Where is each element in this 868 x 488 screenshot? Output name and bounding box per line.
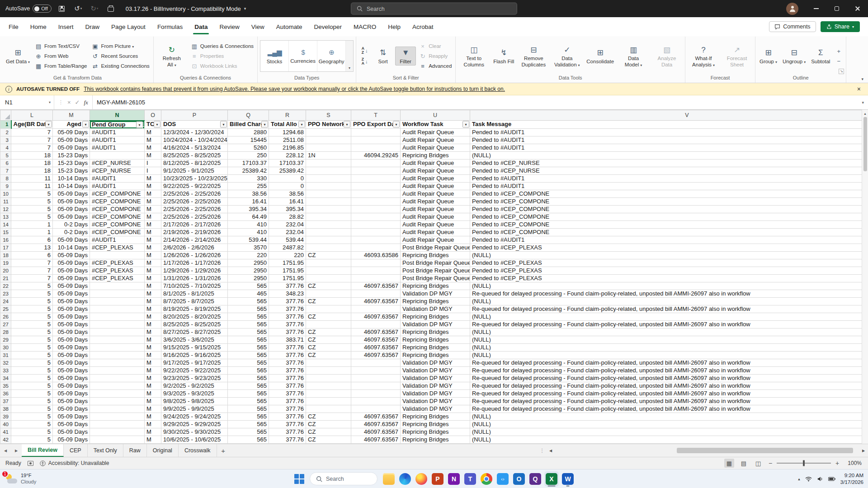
ribbon-tab-review[interactable]: Review xyxy=(213,17,245,36)
cell-O28[interactable]: M xyxy=(145,328,161,336)
header-cell-ppo-export-da[interactable]: PPO Export Da▾ xyxy=(351,121,401,129)
text-to-columns-button[interactable]: ◫Text to Columns xyxy=(458,43,490,68)
cell-P8[interactable]: 10/23/2025 - 10/23/2025 xyxy=(161,174,228,182)
refresh-all-button[interactable]: ↻Refresh All▾ xyxy=(156,43,188,68)
cell-Q27[interactable]: 565 xyxy=(228,320,269,328)
cell-U20[interactable]: Post Bridge Repair Queue xyxy=(401,267,470,274)
cell-R36[interactable]: 377.76 xyxy=(269,389,306,397)
cell-P38[interactable]: 9/9/2025 - 9/9/2025 xyxy=(161,405,228,413)
cell-U16[interactable]: Audit Repair Queue xyxy=(401,236,470,244)
row-header-35[interactable]: 35 xyxy=(0,382,11,389)
column-header-R[interactable]: R xyxy=(269,110,306,121)
cell-P17[interactable]: 2/6/2026 - 2/6/2026 xyxy=(161,244,228,251)
cell-Q34[interactable]: 565 xyxy=(228,374,269,382)
cell-N23[interactable] xyxy=(90,290,145,297)
cell-R42[interactable]: 377.76 xyxy=(269,436,306,443)
cell-P36[interactable]: 9/3/2025 - 9/3/2025 xyxy=(161,389,228,397)
row-header-7[interactable]: 7 xyxy=(0,167,11,174)
cell-V20[interactable]: Pended to #CEP_PLEXAS xyxy=(470,267,862,274)
row-header-2[interactable]: 2 xyxy=(0,128,11,136)
cell-V30[interactable]: (NULL) xyxy=(470,343,862,351)
cell-R28[interactable]: 377.76 xyxy=(269,328,306,336)
cell-L23[interactable]: 5 xyxy=(11,290,53,297)
cell-M10[interactable]: 05-09 Days xyxy=(53,190,90,197)
cell-V29[interactable]: (NULL) xyxy=(470,336,862,343)
cell-S17[interactable] xyxy=(306,244,351,251)
cell-N13[interactable]: #CEP_COMPONE xyxy=(90,213,145,221)
cell-M13[interactable]: 05-09 Days xyxy=(53,213,90,221)
row-header-26[interactable]: 26 xyxy=(0,313,11,320)
cell-V27[interactable]: Re-queued for delayed processing - Found… xyxy=(470,320,862,328)
cell-P16[interactable]: 2/14/2026 - 2/14/2026 xyxy=(161,236,228,244)
battery-icon[interactable] xyxy=(828,477,835,481)
cell-T4[interactable] xyxy=(351,144,401,151)
scroll-right-button[interactable]: ▶ xyxy=(859,449,868,453)
cell-V31[interactable]: (NULL) xyxy=(470,351,862,359)
cell-L27[interactable]: 5 xyxy=(11,320,53,328)
cell-Q39[interactable]: 565 xyxy=(228,413,269,420)
cell-V16[interactable]: Pended to #AUDIT1 xyxy=(470,236,862,244)
cell-V5[interactable]: (NULL) xyxy=(470,151,862,159)
cell-M8[interactable]: 10-14 Days xyxy=(53,174,90,182)
ribbon-tab-page-layout[interactable]: Page Layout xyxy=(105,17,151,36)
edge-taskbar-button[interactable] xyxy=(398,471,412,487)
cell-T35[interactable] xyxy=(351,382,401,389)
filter-button-workflow-task[interactable]: ▾ xyxy=(462,121,469,128)
cell-S20[interactable] xyxy=(306,267,351,274)
cell-O21[interactable]: M xyxy=(145,274,161,282)
filter-button-dos[interactable]: ▾ xyxy=(220,121,227,128)
cell-N40[interactable] xyxy=(90,420,145,428)
filter-button-ppo-export-da[interactable]: ▾ xyxy=(393,121,400,128)
cell-P9[interactable]: 9/22/2025 - 9/22/2025 xyxy=(161,182,228,190)
cell-M36[interactable]: 05-09 Days xyxy=(53,389,90,397)
ribbon-tab-automate[interactable]: Automate xyxy=(270,17,308,36)
cell-N10[interactable]: #CEP_COMPONE xyxy=(90,190,145,197)
message-bar-close-button[interactable]: × xyxy=(850,85,868,93)
cell-U40[interactable]: Repricing Bridges xyxy=(401,420,470,428)
vertical-scrollbar[interactable]: ▴ xyxy=(862,110,868,444)
cell-T23[interactable] xyxy=(351,290,401,297)
cell-L42[interactable]: 5 xyxy=(11,436,53,443)
clock[interactable]: 9:20 AM 3/17/2026 xyxy=(840,472,863,485)
cell-S28[interactable]: CZ xyxy=(306,328,351,336)
teams-taskbar-button[interactable]: T xyxy=(463,471,477,487)
cell-P15[interactable]: 2/19/2026 - 2/19/2026 xyxy=(161,228,228,236)
cell-Q42[interactable]: 565 xyxy=(228,436,269,443)
zoom-out-button[interactable]: − xyxy=(768,460,773,467)
cell-L5[interactable]: 18 xyxy=(11,151,53,159)
cell-P31[interactable]: 9/16/2025 - 9/16/2025 xyxy=(161,351,228,359)
minimize-button[interactable] xyxy=(806,0,826,17)
cell-S35[interactable] xyxy=(306,382,351,389)
sort-z-to-a-button[interactable]: ZA↓ xyxy=(359,56,371,66)
sheet-tab-crosswalk[interactable]: Crosswalk xyxy=(179,444,217,457)
cell-V12[interactable]: Pended to #CEP_COMPONE xyxy=(470,205,862,213)
cell-U31[interactable]: Repricing Bridges xyxy=(401,351,470,359)
cell-M24[interactable]: 05-09 Days xyxy=(53,297,90,305)
tab-scroll-splitter[interactable]: ⋮ xyxy=(538,444,546,457)
cell-L31[interactable]: 5 xyxy=(11,351,53,359)
ribbon-tab-data[interactable]: Data xyxy=(189,17,213,36)
cell-Q6[interactable]: 17103.37 xyxy=(228,159,269,167)
cell-M15[interactable]: 0-2 Days xyxy=(53,228,90,236)
cell-R27[interactable]: 377.76 xyxy=(269,320,306,328)
cell-T36[interactable] xyxy=(351,389,401,397)
row-header-24[interactable]: 24 xyxy=(0,297,11,305)
cell-V21[interactable]: Pended to #CEP_PLEXAS xyxy=(470,274,862,282)
row-header-9[interactable]: 9 xyxy=(0,182,11,190)
from-text-csv-button[interactable]: ▤From Text/CSV xyxy=(33,42,88,51)
header-cell-tc[interactable]: TC▾ xyxy=(145,121,161,129)
ribbon-tab-acrobat[interactable]: Acrobat xyxy=(406,17,439,36)
cell-P11[interactable]: 2/25/2026 - 2/25/2026 xyxy=(161,197,228,205)
cell-S7[interactable] xyxy=(306,167,351,174)
cell-P19[interactable]: 1/17/2026 - 1/17/2026 xyxy=(161,259,228,267)
cell-Q29[interactable]: 565 xyxy=(228,336,269,343)
cell-S39[interactable]: CZ xyxy=(306,413,351,420)
column-header-O[interactable]: O xyxy=(145,110,161,121)
cell-N30[interactable] xyxy=(90,343,145,351)
cell-Q21[interactable]: 2950 xyxy=(228,274,269,282)
cell-O41[interactable]: M xyxy=(145,428,161,436)
wifi-icon[interactable] xyxy=(805,476,812,482)
weather-widget[interactable]: 1 19°F Cloudy xyxy=(5,473,36,484)
cell-V24[interactable]: (NULL) xyxy=(470,297,862,305)
header-cell-age-br-dat[interactable]: Age(BR Dat▾ xyxy=(11,121,53,129)
